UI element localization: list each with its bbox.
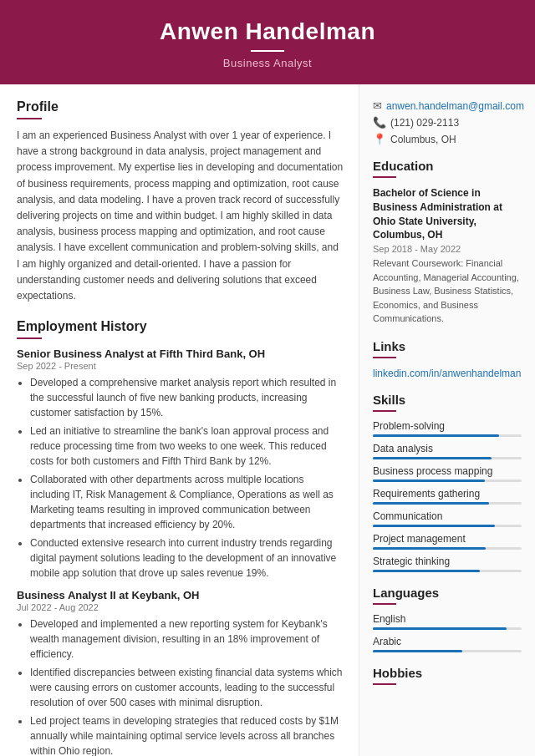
languages-section: Languages English Arabic [373,586,522,652]
contact-location: Columbus, OH [390,134,456,145]
skill-strategic: Strategic thinking [373,556,522,572]
skill-bar-fill-1 [373,434,499,437]
skill-bpm: Business process mapping [373,465,522,482]
candidate-title: Business Analyst [17,57,518,69]
links-section: Links linkedin.com/in/anwenhandelman [373,339,522,379]
job-2: Business Analyst II at Keybank, OH Jul 2… [17,589,344,756]
job-1: Senior Business Analyst at Fifth Third B… [17,348,344,581]
skill-label-requirements: Requirements gathering [373,488,522,500]
job-2-bullet-2: Identified discrepancies between existin… [30,665,344,710]
skill-bar-fill-5 [373,525,495,527]
job-2-title: Business Analyst II at Keybank, OH [17,589,344,601]
hobbies-divider [373,683,396,685]
candidate-name: Anwen Handelman [17,18,518,45]
skill-label-communication: Communication [373,510,522,522]
job-1-date: Sep 2022 - Present [17,361,344,371]
skills-title: Skills [373,393,522,407]
skill-bar-fill-4 [373,502,489,505]
lang-bar-bg-1 [373,627,522,630]
skills-divider [373,410,396,412]
edu-date: Sep 2018 - May 2022 [373,244,522,254]
contact-section: ✉ anwen.handelman@gmail.com 📞 (121) 029-… [373,99,522,145]
hobbies-title: Hobbies [373,666,522,680]
links-divider [373,357,396,358]
job-1-title: Senior Business Analyst at Fifth Third B… [17,348,344,360]
skill-label-project-mgmt: Project management [373,533,522,545]
profile-text: I am an experienced Business Analyst wit… [17,128,344,304]
job-2-bullets: Developed and implemented a new reportin… [17,616,344,756]
skill-label-strategic: Strategic thinking [373,556,522,567]
lang-bar-fill-2 [373,650,462,652]
resume-header: Anwen Handelman Business Analyst [0,0,535,84]
contact-email-link[interactable]: anwen.handelman@gmail.com [386,100,524,112]
contact-email-item: ✉ anwen.handelman@gmail.com [373,99,522,112]
skill-bar-fill-3 [373,479,485,482]
lang-label-arabic: Arabic [373,636,522,647]
right-column: ✉ anwen.handelman@gmail.com 📞 (121) 029-… [359,84,535,756]
profile-title: Profile [17,99,344,114]
skill-bar-fill-6 [373,547,486,550]
skill-communication: Communication [373,510,522,527]
skill-data-analysis: Data analysis [373,443,522,459]
skill-label-bpm: Business process mapping [373,465,522,477]
header-divider [251,50,284,52]
profile-divider [17,118,42,119]
skill-bar-bg-7 [373,570,522,572]
edu-degree: Bachelor of Science in Business Administ… [373,186,522,242]
skill-bar-bg-2 [373,457,522,459]
skill-problem-solving: Problem-solving [373,420,522,437]
job-1-bullet-4: Conducted extensive research into curren… [30,535,344,581]
hobbies-section: Hobbies [373,666,522,685]
skill-bar-fill-2 [373,457,492,459]
email-icon: ✉ [373,99,382,112]
lang-bar-bg-2 [373,650,522,652]
skill-requirements: Requirements gathering [373,488,522,505]
education-title: Education [373,159,522,173]
languages-divider [373,603,396,605]
contact-phone: (121) 029-2113 [390,117,459,129]
lang-english: English [373,613,522,630]
phone-icon: 📞 [373,116,386,129]
lang-label-english: English [373,613,522,625]
linkedin-link[interactable]: linkedin.com/in/anwenhandelman [373,368,521,379]
contact-phone-item: 📞 (121) 029-2113 [373,116,522,129]
employment-title: Employment History [17,319,344,334]
skill-bar-bg-1 [373,434,522,437]
skill-bar-bg-6 [373,547,522,550]
main-layout: Profile I am an experienced Business Ana… [0,84,535,756]
job-1-bullet-2: Led an initiative to streamline the bank… [30,424,344,469]
skill-bar-bg-3 [373,479,522,482]
skill-label-data-analysis: Data analysis [373,443,522,454]
languages-title: Languages [373,586,522,600]
education-section: Education Bachelor of Science in Busines… [373,159,522,326]
lang-bar-fill-1 [373,627,507,630]
contact-location-item: 📍 Columbus, OH [373,133,522,145]
skill-label-problem-solving: Problem-solving [373,420,522,432]
left-column: Profile I am an experienced Business Ana… [0,84,359,756]
skills-section: Skills Problem-solving Data analysis Bus… [373,393,522,572]
job-1-bullet-1: Developed a comprehensive market analysi… [30,375,344,420]
employment-section: Employment History Senior Business Analy… [17,319,344,756]
location-icon: 📍 [373,133,386,145]
profile-section: Profile I am an experienced Business Ana… [17,99,344,304]
job-1-bullets: Developed a comprehensive market analysi… [17,375,344,581]
education-divider [373,176,396,178]
skill-project-mgmt: Project management [373,533,522,550]
edu-detail: Relevant Coursework: Financial Accountin… [373,256,522,326]
job-2-date: Jul 2022 - Aug 2022 [17,602,344,612]
skill-bar-fill-7 [373,570,480,572]
job-2-bullet-3: Led project teams in developing strategi… [30,713,344,756]
employment-divider [17,337,42,339]
link-item-1: linkedin.com/in/anwenhandelman [373,367,522,379]
links-title: Links [373,339,522,353]
job-1-bullet-3: Collaborated with other departments acro… [30,472,344,532]
skill-bar-bg-5 [373,525,522,527]
skill-bar-bg-4 [373,502,522,505]
lang-arabic: Arabic [373,636,522,652]
job-2-bullet-1: Developed and implemented a new reportin… [30,616,344,662]
